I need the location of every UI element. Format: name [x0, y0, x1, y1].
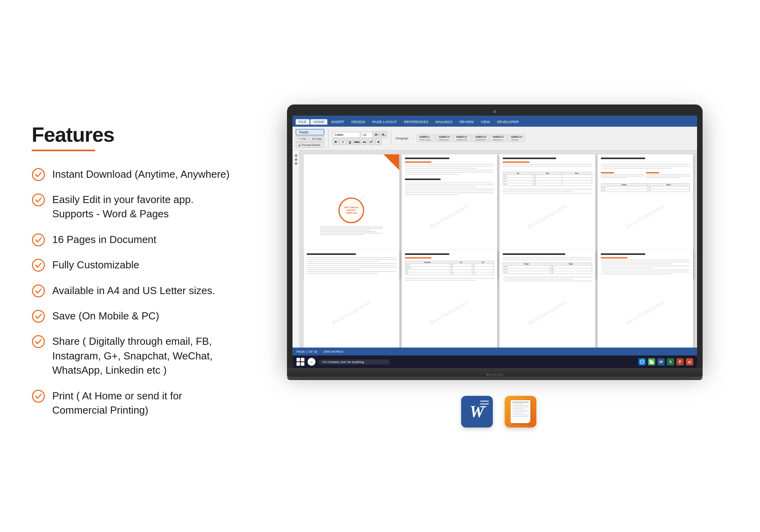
table-preview: Item Value Notes Row 1 100 —: [503, 172, 592, 186]
svg-rect-10: [650, 360, 652, 361]
ribbon-tab-references[interactable]: REFERENCES: [401, 119, 432, 125]
ribbon-tab-developer[interactable]: DEVELOPER: [494, 119, 522, 125]
style-emphasis[interactable]: AaBbCcIEmphasis: [473, 134, 489, 142]
laptop-camera: [493, 110, 496, 113]
pages-line: [512, 402, 529, 403]
grow-font-btn[interactable]: A↑: [374, 131, 380, 138]
text-header-line: [405, 158, 450, 159]
excel-taskbar-icon[interactable]: X: [667, 358, 674, 365]
pages-app-icon[interactable]: [505, 396, 536, 428]
illustrator-taskbar-icon[interactable]: Ai: [686, 358, 693, 365]
table-header: Value: [533, 172, 562, 175]
format-painter-btn[interactable]: 🖌 Format Painter: [296, 142, 324, 148]
feature-item-share: Share ( Digitally through email, FB,Inst…: [32, 334, 238, 377]
cover-line: [320, 233, 383, 234]
check-icon: [32, 310, 45, 323]
windows-square: [301, 362, 304, 366]
style-heading1[interactable]: AaBbCcIHeading 1: [436, 134, 453, 142]
ribbon-tab-review[interactable]: REVIEW: [456, 119, 477, 125]
ribbon-tab-pagelayout[interactable]: PAGE LAYOUT: [369, 119, 400, 125]
table-header: Q2: [472, 261, 494, 264]
ribbon-bar: Paste ✂ Cut ⧉ Copy 🖌 Format Painter: [293, 127, 697, 150]
ribbon-tab-insert[interactable]: INSERT: [328, 119, 348, 125]
pages-line: [512, 407, 529, 407]
style-intense[interactable]: AaBbCcIIntense E...: [490, 134, 507, 142]
text-line: [405, 192, 494, 193]
table-cell: 9K: [472, 267, 494, 270]
clear-format-btn[interactable]: A: [375, 139, 382, 145]
bold-btn[interactable]: B: [332, 139, 339, 145]
text-line: [405, 184, 494, 185]
windows-start-button[interactable]: [296, 358, 304, 366]
italic-btn[interactable]: I: [340, 139, 346, 145]
windows-square: [296, 358, 300, 361]
word-app-icon[interactable]: W: [461, 396, 493, 428]
check-icon: [32, 168, 45, 181]
svg-rect-9: [650, 361, 654, 364]
word-taskbar-icon[interactable]: W: [657, 358, 665, 365]
text-line: [307, 261, 378, 262]
file-explorer-icon[interactable]: [648, 358, 655, 365]
table-header: Category: [601, 183, 648, 186]
features-underline: [32, 150, 95, 151]
pages-line: [512, 405, 529, 406]
watermark: BestTemplates: [429, 298, 470, 326]
feature-item-easy-edit: Easily Edit in your favorite app.Support…: [32, 192, 238, 221]
style-normal[interactable]: AaBbCc¶ No Spac...: [417, 134, 435, 142]
ribbon-tab-home[interactable]: HOME: [310, 119, 327, 125]
ribbon-tab-view[interactable]: VIEW: [478, 119, 493, 125]
ribbon-tab-file[interactable]: FILE: [296, 119, 310, 125]
word-sidebar: [293, 150, 300, 348]
text-line: [503, 259, 592, 260]
underline-btn[interactable]: U: [347, 139, 353, 145]
sub-btn[interactable]: x₂: [361, 139, 367, 145]
table-header: Amount: [648, 183, 690, 186]
text-header-line: [503, 158, 556, 159]
cortana-circle[interactable]: ○: [308, 358, 315, 366]
font-name-selector[interactable]: Calibri: [332, 132, 360, 138]
text-line: [601, 260, 690, 260]
strikethrough-btn[interactable]: abc: [354, 139, 360, 145]
sup-btn[interactable]: x²: [368, 139, 374, 145]
text-line: [601, 270, 690, 270]
ribbon-tabs: FILE HOME INSERT DESIGN PAGE LAYOUT REFE…: [293, 116, 697, 127]
pages-line: [512, 408, 524, 409]
cut-btn[interactable]: ✂ Cut: [296, 136, 309, 142]
table-cell: 150: [533, 180, 562, 183]
table-cell: 12K: [472, 264, 494, 267]
text-accent-line: [601, 172, 614, 173]
word-ui: FILE HOME INSERT DESIGN PAGE LAYOUT REFE…: [293, 116, 697, 369]
font-style-buttons: B I U abc x₂ x² A: [332, 139, 387, 145]
feature-text: 16 Pages in Document: [52, 232, 156, 247]
text-line: [405, 188, 494, 189]
check-icon: [32, 284, 45, 298]
style-heading2[interactable]: AaBbCcISubtle Em...: [453, 134, 472, 142]
text-line: [405, 164, 494, 165]
text-line: [601, 174, 645, 175]
windows-square: [301, 358, 304, 361]
page-preview-5: BestTemplates: [304, 250, 399, 348]
ribbon-tab-design[interactable]: DESIGN: [348, 119, 369, 125]
text-line: [601, 177, 627, 178]
text-line: [405, 172, 494, 173]
font-group: Calibri 12 A↑ A↓ B I U: [332, 131, 391, 145]
text-line: [405, 280, 476, 281]
word-icon-lines: [480, 401, 489, 407]
shrink-font-btn[interactable]: A↓: [381, 131, 387, 138]
text-line: [503, 193, 592, 194]
cortana-search[interactable]: I'm Cortana. Ask me anything.: [319, 359, 390, 365]
paste-btn[interactable]: Paste: [296, 129, 324, 135]
table-preview: DescriptionQ1Q2 Revenue10K12K Expenses8K…: [405, 261, 494, 275]
ribbon-tab-mailings[interactable]: MAILINGS: [432, 119, 456, 125]
page-preview-7: ProgramBudget Prog A5000 Prog B8000 Prog…: [500, 250, 595, 348]
edge-icon[interactable]: [638, 358, 646, 365]
feature-item-pages-count: 16 Pages in Document: [32, 232, 238, 247]
font-size-selector[interactable]: 12: [361, 132, 373, 138]
word-content: NGO ANNUAL REPORT TEMPLATE: [293, 150, 697, 348]
table-cell: 5000: [550, 266, 592, 268]
text-line: [307, 269, 360, 270]
powerpoint-taskbar-icon[interactable]: P: [676, 358, 684, 365]
style-strong[interactable]: AaBbCcIStrong: [508, 134, 525, 142]
copy-btn[interactable]: ⧉ Copy: [310, 136, 324, 142]
table-cell: Expenses: [405, 267, 450, 270]
